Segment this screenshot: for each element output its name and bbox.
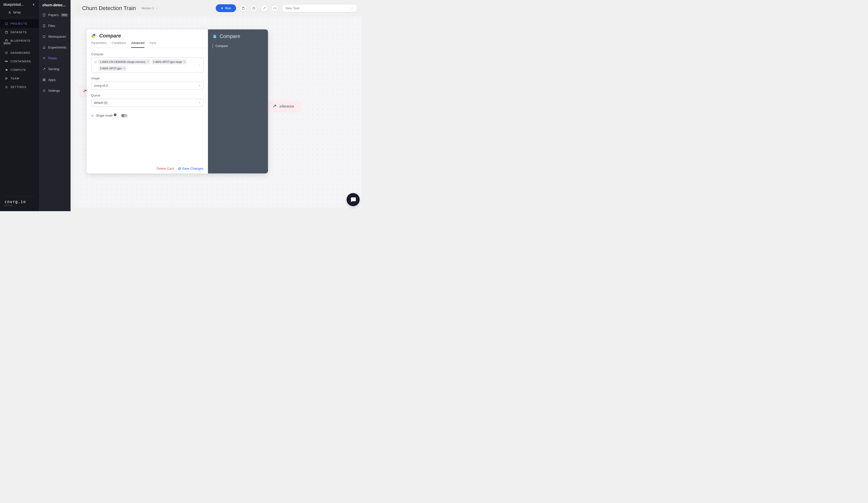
history-icon-button[interactable]: [250, 5, 257, 12]
topbar-divider: [78, 5, 79, 12]
compute-chip[interactable]: 3 AWS-SPOT.gpu ×: [99, 66, 126, 71]
single-mode-toggle[interactable]: [121, 114, 127, 118]
sub-files[interactable]: Files: [39, 20, 71, 31]
code-icon-button[interactable]: [271, 5, 278, 12]
flow-canvas[interactable]: inference Compare Parameters Con: [74, 16, 361, 208]
nav-blueprints[interactable]: BLUEPRINTS BETA: [0, 37, 39, 45]
caret-down-icon: [199, 85, 201, 87]
chat-widget[interactable]: [347, 193, 360, 206]
modal-tabs: Parameters Conditions Advanced Yaml: [87, 39, 208, 48]
sub-workspaces[interactable]: Workspaces: [39, 31, 71, 42]
search-icon: [94, 61, 97, 64]
delete-card-button[interactable]: Delete Card: [156, 167, 174, 170]
new-task-selector[interactable]: New Task: [282, 4, 357, 12]
gear-icon: [4, 85, 8, 89]
nav-settings[interactable]: SETTINGS: [0, 83, 39, 91]
experiments-icon: [42, 46, 46, 49]
queue-label: Queue: [91, 94, 204, 97]
svg-point-0: [9, 11, 10, 12]
chevron-down-icon[interactable]: [198, 64, 201, 67]
svg-point-9: [6, 87, 7, 87]
brand-version: v4.7.43: [4, 204, 34, 207]
compute-chip[interactable]: 1 AWS-ON-DEMAND.xlarge-memory ×: [99, 59, 150, 64]
tab-conditions[interactable]: Conditions: [112, 41, 126, 48]
apps-icon: [42, 78, 46, 81]
svg-point-24: [94, 61, 96, 63]
play-icon: [221, 7, 224, 10]
version-selector[interactable]: Version 1: [142, 7, 158, 10]
close-icon[interactable]: ×: [123, 67, 125, 70]
svg-point-14: [44, 59, 44, 59]
compute-multiselect[interactable]: 1 AWS-ON-DEMAND.xlarge-memory × 2 AWS-SP…: [91, 58, 204, 73]
save-changes-button[interactable]: Save Changes: [178, 167, 204, 170]
compute-icon: [4, 68, 8, 72]
serving-icon: [42, 67, 46, 71]
org-name: blueprintsd...: [3, 2, 24, 7]
node-label: inference: [280, 104, 294, 108]
user-row[interactable]: tanay.: [3, 9, 35, 17]
python-icon: [273, 104, 277, 108]
svg-rect-18: [44, 80, 45, 81]
run-button[interactable]: Run: [216, 4, 236, 12]
workspaces-icon: [42, 35, 46, 38]
beta-badge: BETA: [3, 42, 11, 45]
nav-containers[interactable]: CONTAINERS: [0, 57, 39, 66]
project-title: churn-detec...: [39, 0, 71, 10]
sidebar-main: blueprintsd... tanay. PROJECTS DATASETS: [0, 0, 39, 211]
sub-apps[interactable]: Apps: [39, 74, 71, 85]
svg-rect-11: [43, 36, 45, 38]
close-icon[interactable]: ×: [147, 60, 148, 63]
flows-icon: [42, 57, 46, 60]
svg-rect-17: [43, 80, 44, 81]
right-subtitle: Compare: [213, 44, 264, 48]
tab-parameters[interactable]: Parameters: [91, 41, 107, 48]
close-icon[interactable]: ×: [184, 60, 185, 63]
svg-rect-15: [43, 79, 44, 79]
sub-experiments[interactable]: Experiments: [39, 42, 71, 53]
svg-point-23: [274, 105, 275, 105]
compute-label: Compute: [91, 52, 204, 56]
papers-icon: [42, 13, 46, 17]
modal-right-panel: Compare Compare: [208, 29, 268, 173]
svg-rect-6: [7, 61, 8, 62]
tab-yaml[interactable]: Yaml: [149, 41, 156, 48]
tab-advanced[interactable]: Advanced: [131, 41, 144, 48]
svg-rect-10: [43, 14, 45, 16]
svg-point-12: [43, 57, 43, 58]
sub-papers[interactable]: Papers NEW: [39, 10, 71, 20]
chevron-down-icon: [351, 7, 353, 10]
svg-point-13: [45, 57, 45, 58]
compare-modal: Compare Parameters Conditions Advanced Y…: [87, 29, 268, 173]
files-icon: [42, 24, 46, 27]
svg-point-8: [7, 78, 7, 78]
svg-point-7: [6, 78, 6, 78]
sub-flows[interactable]: Flows: [39, 53, 71, 63]
svg-point-22: [84, 90, 85, 90]
sidebar-sub: churn-detec... Papers NEW Files Workspac…: [39, 0, 71, 211]
queue-select[interactable]: default (0): [91, 99, 204, 107]
flow-node-inference[interactable]: inference: [268, 101, 301, 112]
nav-compute[interactable]: COMPUTE: [0, 66, 39, 74]
containers-icon: [4, 60, 8, 63]
help-icon[interactable]: ?: [114, 113, 116, 116]
brand-logo: cnvrg.io: [4, 199, 34, 204]
sub-serving[interactable]: Serving: [39, 63, 71, 74]
code-icon: [273, 7, 277, 10]
chevron-left-icon[interactable]: [32, 3, 35, 6]
sub-settings[interactable]: Settings: [39, 85, 71, 96]
nav-projects[interactable]: PROJECTS: [0, 19, 39, 28]
magic-icon-button[interactable]: [261, 5, 268, 12]
nav-dashboard[interactable]: DASHBOARD: [0, 49, 39, 57]
nav-team[interactable]: TEAM: [0, 74, 39, 83]
page-title: Churn Detection Train: [82, 5, 136, 12]
single-mode-label: Single mode: [96, 114, 113, 118]
code-file-icon: [213, 34, 217, 39]
save-icon: [241, 7, 245, 10]
save-icon-button[interactable]: [240, 5, 247, 12]
nav-datasets[interactable]: DATASETS: [0, 28, 39, 37]
image-select[interactable]: cnvrg:v5.0: [91, 82, 204, 90]
image-label: Image: [91, 77, 204, 80]
compute-chip[interactable]: 2 AWS-SPOT.gpu-large ×: [152, 59, 187, 64]
chat-icon: [350, 196, 356, 203]
chevron-down-icon: [155, 7, 158, 10]
